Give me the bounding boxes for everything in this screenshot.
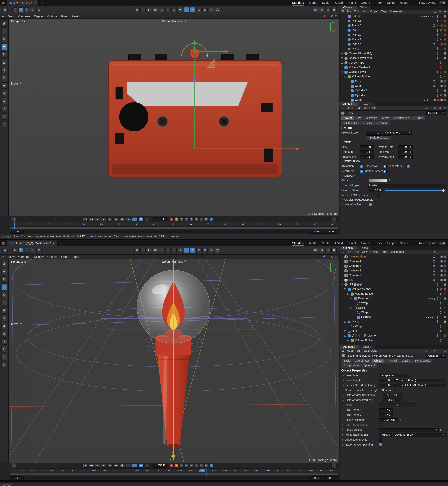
record-position-icon[interactable]: ◎ (184, 463, 188, 467)
material-swatch[interactable] (444, 94, 447, 97)
projection-dropdown[interactable]: Perspective▼ (379, 374, 411, 377)
attribute-tab[interactable]: Composition (341, 363, 361, 368)
material-swatch[interactable] (440, 99, 443, 101)
viewport-layout-icon[interactable]: ▣ (2, 248, 8, 253)
enable-check[interactable]: ✓ (436, 43, 439, 46)
attribute-tab[interactable]: Coordinates (353, 359, 372, 363)
autokey-button[interactable]: A (174, 463, 178, 467)
object-row[interactable]: Camera 1 (339, 273, 448, 278)
expand-icon[interactable]: ⊟ (344, 288, 347, 290)
pen-tool-icon[interactable]: ✎ (1, 315, 7, 321)
popout-icon[interactable]: ⊡ (444, 350, 446, 352)
axis-lock-button[interactable]: X (12, 8, 17, 12)
dolly-view-icon[interactable]: ↕ (327, 15, 329, 18)
white-balance-preset-dropdown[interactable]: Daylight (6500 K)▼ (393, 433, 446, 437)
cache-icon[interactable]: ◯ (215, 7, 220, 12)
range-end-field[interactable]: 90 F (309, 230, 323, 234)
use-target-checkbox[interactable]: ✓ (379, 423, 382, 427)
visibility-dots[interactable] (440, 306, 442, 309)
model-mode-icon[interactable]: ◇ (1, 121, 7, 127)
enable-check[interactable]: ✓ (436, 24, 439, 27)
expand-icon[interactable]: ⊞ (347, 339, 350, 342)
projection-label[interactable]: Perspective (11, 20, 27, 23)
panel-options-icon[interactable]: ⊞ (444, 10, 446, 13)
color-swatch[interactable] (369, 179, 387, 182)
viewport-menu-item[interactable]: Cameras (18, 15, 30, 18)
material-swatch[interactable] (440, 274, 443, 277)
render-settings-icon[interactable]: ◧ (147, 248, 152, 253)
menu-item[interactable]: Edit (354, 251, 359, 253)
move-tool-icon[interactable]: ✛ (1, 284, 7, 290)
new-view-icon[interactable]: ⊞ (319, 248, 324, 253)
new-view-icon[interactable]: ⊞ (319, 7, 324, 12)
object-row[interactable]: Plane ✓ (339, 47, 448, 51)
magnet-icon[interactable]: ◡ (171, 7, 177, 12)
scrollbar-thumb[interactable] (9, 227, 338, 229)
material-swatch[interactable] (440, 24, 443, 27)
object-row[interactable]: Camera Morph (339, 254, 448, 259)
viewport-layout-icon[interactable]: ▣ (2, 7, 8, 12)
play-sound-icon[interactable]: ♪ (144, 217, 150, 221)
visibility-dots[interactable] (437, 334, 438, 337)
timeline-ruler[interactable]: 0204060801001201401601802002202402602803… (9, 468, 339, 473)
tag-icons[interactable]: ▲▲▲▲▲△ (423, 316, 436, 318)
anim-dot[interactable]: ◇ (341, 414, 344, 416)
attribute-tab[interactable]: ↻Animation (392, 116, 411, 120)
object-row[interactable]: ⊟ Null.1 ✓ (339, 306, 448, 310)
object-row[interactable]: Cylinder ✓ (339, 93, 448, 98)
layout-tab[interactable]: Standard (292, 240, 304, 246)
keyframe-nav-icon[interactable]: ◇ (11, 463, 16, 468)
new-layouts-button[interactable]: New Layouts (419, 242, 436, 245)
maximize-view-icon[interactable]: ⊡ (335, 255, 337, 258)
camera-menu-icon[interactable]: ⊡ (184, 20, 186, 23)
object-row[interactable]: Wrap ✓ (339, 324, 448, 329)
attribute-tab[interactable]: Stereoscopic (412, 359, 432, 363)
viewport-menu-item[interactable]: Panel (72, 15, 79, 18)
ping-pong-icon[interactable]: ⇄ (132, 217, 137, 221)
back-icon[interactable]: ← (419, 107, 422, 110)
visibility-dots[interactable] (440, 292, 442, 295)
object-row[interactable]: ⊟ 응원봉 기둥 Mesher ✓ (339, 333, 448, 338)
edges-mode-icon[interactable]: ◈ (1, 90, 7, 96)
grid-snap-icon[interactable]: # (184, 248, 189, 253)
up-icon[interactable]: ↑ (430, 350, 432, 352)
tool-settings-icon[interactable]: ⚙ (1, 276, 7, 282)
goto-start-button[interactable]: ▎◀ (82, 463, 88, 467)
object-row[interactable]: ⊟ Volume Builder ✓ (339, 292, 448, 296)
material-swatch[interactable] (444, 15, 447, 18)
material-swatch[interactable] (444, 316, 447, 319)
material-swatch[interactable] (440, 265, 443, 267)
object-row[interactable]: Camera 4 (339, 259, 448, 264)
visibility-dots[interactable] (440, 66, 442, 69)
enable-check[interactable]: ✓ (440, 29, 442, 31)
tag-icons[interactable]: ▲▲▲▲▲▲△△ (419, 16, 436, 17)
layout-tab[interactable]: Nodes (400, 240, 408, 246)
playhead[interactable] (206, 468, 207, 476)
visibility-dots[interactable] (437, 94, 438, 97)
loop-playback-icon[interactable]: ↻ (126, 463, 131, 467)
menu-item[interactable]: View (361, 251, 368, 253)
menu-item[interactable]: Edit (356, 350, 361, 352)
model-mode-icon[interactable]: ◇ (1, 361, 7, 368)
focus-object-field[interactable]: ▼ (379, 428, 439, 432)
axis-lock-button[interactable]: Z (24, 248, 29, 252)
search-icon[interactable] (434, 107, 437, 109)
range-track[interactable] (25, 230, 308, 233)
polygons-mode-icon[interactable]: ▲ (1, 98, 7, 104)
panel-tab[interactable]: Objects (339, 246, 357, 250)
range-start-field[interactable]: 0 F (10, 476, 24, 480)
keyframe-selection-icon[interactable]: ⊙ (179, 463, 184, 467)
live-selection-icon[interactable]: ◉ (1, 20, 7, 27)
screen-icon[interactable]: ◉ (331, 248, 337, 253)
timeline-scrollbar[interactable] (9, 227, 339, 229)
goto-start-button[interactable]: ▎◀ (82, 217, 88, 221)
panel-options-icon[interactable]: ⊞ (444, 251, 446, 253)
material-swatch[interactable] (444, 24, 447, 27)
ui-toggle[interactable] (439, 242, 446, 245)
visibility-dots[interactable] (437, 288, 438, 291)
material-swatch[interactable] (444, 85, 447, 87)
axis-lock-button[interactable]: X (12, 248, 17, 252)
record-parameter-icon[interactable]: ✛ (199, 463, 203, 467)
enable-check[interactable]: ✓ (440, 321, 442, 323)
viewport-menu-item[interactable]: Display (34, 15, 44, 18)
